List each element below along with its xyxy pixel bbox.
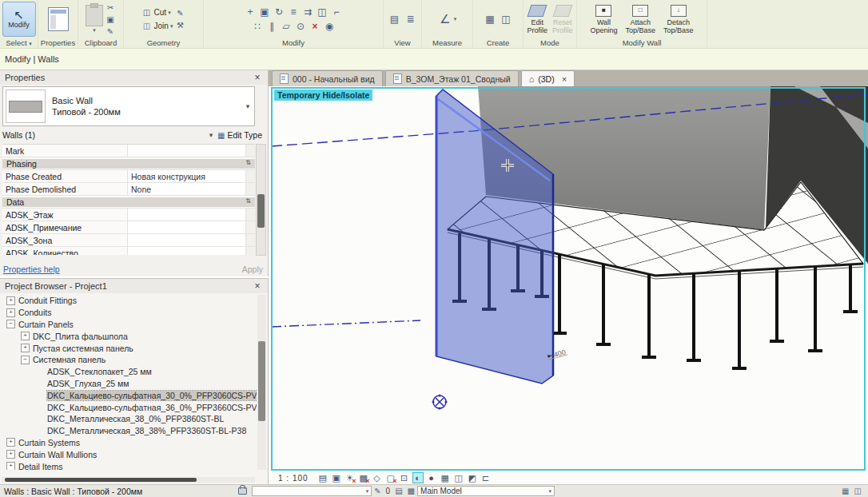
thin-lines-icon[interactable]: ▤ — [388, 12, 402, 26]
cut-to-clipboard-icon[interactable]: ✂ — [105, 2, 116, 13]
property-assoc-button[interactable] — [245, 221, 255, 233]
rendering-dialog-icon[interactable]: ◇ — [372, 472, 383, 483]
property-assoc-button[interactable] — [245, 170, 255, 182]
apply-button[interactable]: Apply — [242, 264, 263, 274]
tree-item-dkc-met-38[interactable]: DKC_Металлическая_38_0%_PFP3860ST-BL — [0, 413, 257, 425]
rotate-icon[interactable]: ↻ — [272, 5, 286, 19]
links-icon[interactable]: ▩ — [408, 487, 415, 495]
expand-icon[interactable]: + — [6, 308, 15, 317]
create-assembly-icon[interactable]: ◫ — [499, 12, 513, 26]
type-selector[interactable]: Basic Wall Типовой - 200мм ▾ — [2, 86, 255, 126]
expand-icon[interactable]: + — [6, 296, 15, 305]
tree-item-curtain-systems[interactable]: +Curtain Systems — [0, 437, 257, 449]
browser-horizontal-scrollbar[interactable] — [2, 477, 255, 483]
tree-item-detail-items[interactable]: +Detail Items — [0, 460, 257, 470]
hide-elements-icon[interactable]: ≣ — [404, 12, 418, 26]
properties-help-link[interactable]: Properties help — [3, 264, 60, 274]
create-group-icon[interactable]: ▦ — [483, 12, 497, 26]
property-assoc-button[interactable] — [245, 247, 255, 255]
expand-icon[interactable]: + — [21, 344, 30, 352]
property-assoc-button[interactable] — [245, 183, 255, 195]
measure-icon[interactable]: ∠ — [438, 12, 452, 26]
copy-icon[interactable]: ▣ — [257, 5, 272, 19]
project-browser-close-icon[interactable]: × — [252, 280, 263, 292]
detach-top-base-button[interactable]: ↓ DetachTop/Base — [663, 5, 694, 34]
worksharing-display-icon[interactable]: ◫ — [453, 472, 464, 483]
wall-opening-button[interactable]: ■ WallOpening — [590, 5, 617, 34]
collapse-icon[interactable]: − — [21, 356, 30, 364]
property-row-adsk-etazh[interactable]: ADSK_Этаж — [2, 209, 255, 221]
paste-dropdown-icon[interactable]: ▾ — [93, 27, 96, 34]
type-selector-dropdown-icon[interactable]: ▾ — [241, 102, 254, 110]
properties-scrollbar[interactable] — [256, 144, 266, 256]
property-row-phase-created[interactable]: Phase Created Новая конструкция — [2, 170, 255, 183]
cut-geometry-button[interactable]: ◫ Cut▾ — [141, 7, 173, 18]
viewport-3d[interactable]: 400 Temporary Hide/Isolate 1 : 100 ▤ ▣ ☀… — [269, 86, 868, 484]
tree-item-dkc-30[interactable]: DKC_Кальциево-сульфатная_30_0%_PFP3060CS… — [0, 389, 257, 401]
mirror-icon[interactable]: ◫ — [315, 5, 329, 19]
property-assoc-button[interactable] — [245, 145, 255, 157]
delete-icon[interactable]: × — [308, 19, 322, 34]
expand-icon[interactable]: + — [6, 462, 15, 470]
properties-close-icon[interactable]: × — [252, 72, 263, 83]
view-tab-start[interactable]: 000 - Начальный вид — [272, 70, 383, 86]
align-icon[interactable]: ≡ — [286, 5, 301, 19]
array-icon[interactable]: ∷ — [250, 19, 265, 34]
reveal-constraints-icon[interactable]: ⊏ — [480, 472, 492, 483]
scale-button[interactable]: 1 : 100 — [278, 474, 309, 483]
split-icon[interactable]: ∥ — [265, 19, 279, 34]
visual-style-icon[interactable]: ▣ — [331, 472, 342, 483]
property-row-phase-demolished[interactable]: Phase Demolished None — [2, 183, 255, 196]
section-collapse-icon[interactable]: ⇅ — [245, 159, 251, 169]
base-point-marker[interactable] — [432, 395, 448, 410]
match-type-icon[interactable]: ✎ — [105, 26, 116, 37]
property-assoc-button[interactable] — [245, 209, 255, 221]
tree-item-conduit-fittings[interactable]: +Conduit Fittings — [0, 295, 257, 307]
tree-item-dkc-36[interactable]: DKC_Кальциево-сульфатная_36_0%_PFP3660CS… — [0, 401, 257, 413]
lock-icon[interactable] — [238, 487, 247, 495]
edit-profile-button[interactable]: EditProfile — [527, 5, 547, 34]
pin-icon[interactable]: ⊙ — [293, 19, 308, 34]
tree-item-sistemnaya-panel[interactable]: −Системная панель — [0, 354, 257, 366]
move-icon[interactable]: + — [243, 5, 257, 19]
editable-only-icon[interactable]: ✎ — [374, 487, 380, 495]
paste-icon[interactable] — [86, 5, 103, 26]
crop-view-icon[interactable]: ▢× — [385, 472, 396, 483]
tree-item-dkc-plita[interactable]: +DKC_Плита фальшпола — [0, 330, 257, 342]
property-assoc-button[interactable] — [245, 234, 255, 246]
properties-palette-icon[interactable] — [48, 7, 69, 31]
panel-label-select[interactable]: Select ▾ — [0, 38, 38, 47]
sun-path-icon[interactable]: ☀× — [344, 472, 356, 483]
tree-item-conduits[interactable]: +Conduits — [0, 307, 257, 319]
temporary-hide-isolate-icon[interactable]: ◐ — [412, 472, 424, 483]
tree-item-curtain-wall-mullions[interactable]: +Curtain Wall Mullions — [0, 448, 257, 460]
expand-icon[interactable]: + — [6, 450, 15, 459]
reveal-hidden-elements-icon[interactable]: ● — [426, 472, 437, 483]
main-model-select[interactable]: Main Model ▾ — [417, 486, 555, 496]
tree-item-adsk-gluhaya[interactable]: ADSK_Глухая_25 мм — [0, 378, 257, 390]
tree-item-curtain-panels[interactable]: −Curtain Panels — [0, 319, 257, 331]
shadows-icon[interactable]: ▩× — [358, 472, 369, 483]
collapse-icon[interactable]: − — [6, 320, 15, 328]
attach-top-base-button[interactable]: □ AttachTop/Base — [625, 5, 655, 34]
property-row-mark[interactable]: Mark — [2, 145, 255, 157]
show-crop-region-icon[interactable]: ⊡ — [399, 472, 410, 483]
worksets-icon[interactable]: ▤ — [395, 487, 402, 495]
trim-extend-icon[interactable]: ⌐ — [329, 5, 344, 19]
tree-item-pustaya-panel[interactable]: +Пустая системная панель — [0, 342, 257, 354]
view-tab-3d[interactable]: ⌂ (3D) × — [521, 70, 575, 86]
property-section-data[interactable]: Data⇅ — [2, 196, 255, 209]
demolish-hammer-icon[interactable]: ⚒ — [174, 20, 185, 31]
tree-item-dkc-met-3838[interactable]: DKC_Металлическая_38_38%_PFP3360ST-BL-P3… — [0, 425, 257, 437]
browser-vertical-scrollbar[interactable] — [257, 295, 266, 470]
expand-icon[interactable]: + — [21, 332, 30, 340]
chevron-down-icon[interactable]: ▾ — [454, 16, 457, 22]
reference-plane-line[interactable] — [272, 320, 420, 327]
property-row-adsk-kolichestvo[interactable]: ADSK_Количество — [2, 247, 255, 255]
filter-icon[interactable]: ▦ — [842, 487, 849, 495]
design-option-select[interactable]: ▾ — [252, 486, 372, 496]
copy-to-clipboard-icon[interactable]: ▣ — [105, 14, 116, 25]
select-toggle-icon[interactable]: ◫ — [854, 487, 862, 495]
property-row-adsk-primechanie[interactable]: ADSK_Примечание — [2, 221, 255, 234]
tab-close-icon[interactable]: × — [562, 74, 567, 84]
